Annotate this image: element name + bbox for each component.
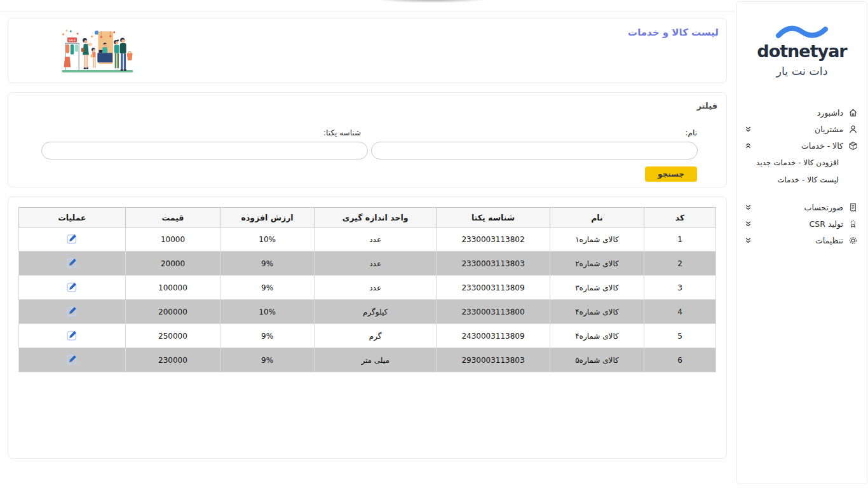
cell-operations [19, 276, 126, 300]
sidebar-item-label: کالا - خدمات [801, 141, 843, 151]
col-header-uid: شناسه یکتا [437, 208, 550, 227]
table-row: 3 کالای شماره۳ 2330003113809 عدد 9% 1000… [19, 276, 716, 300]
sidebar-item-label: مشتریان [815, 125, 843, 134]
cell-unit: گرم [315, 324, 437, 348]
pencil-square-icon [66, 353, 78, 365]
col-header-name: نام [550, 208, 644, 227]
sidebar-item-label: داشبورد [817, 108, 843, 118]
goods-table: کد نام شناسه یکتا واحد اندازه گیری ارزش … [18, 207, 716, 372]
logo-wave-icon [775, 25, 829, 41]
search-button[interactable]: جستجو [645, 166, 697, 182]
cell-unit: عدد [315, 252, 437, 276]
cell-name: کالای شماره۵ [550, 348, 644, 372]
cell-price: 20000 [125, 252, 220, 276]
cell-vat: 9% [220, 276, 315, 300]
chevron-double-up-icon [745, 142, 752, 149]
gear-icon [848, 236, 858, 245]
filter-card: فیلتر نام: شناسه یکتا: جستجو [8, 92, 727, 187]
pencil-square-icon [66, 281, 78, 293]
chevron-double-down-icon [745, 204, 752, 211]
cell-price: 230000 [125, 348, 220, 372]
cell-unit: عدد [315, 276, 437, 300]
brand-logo: dotnetyar دات نت یار [737, 2, 867, 78]
cell-price: 100000 [125, 276, 220, 300]
name-input[interactable] [371, 142, 698, 159]
page-title: لیست کالا و خدمات [628, 27, 719, 38]
main-content: لیست کالا و خدمات SALE [0, 0, 735, 468]
chevron-double-down-icon [745, 237, 752, 244]
sidebar-item-invoices[interactable]: صورتحساب [745, 199, 858, 215]
col-header-price: قیمت [125, 208, 220, 227]
edit-row-button[interactable] [66, 353, 78, 365]
table-row: 2 کالای شماره۲ 2330003113803 عدد 9% 2000… [19, 252, 716, 276]
cell-code: 1 [644, 227, 716, 252]
home-icon [848, 108, 858, 118]
cell-vat: 9% [220, 324, 315, 348]
award-icon [848, 219, 858, 229]
cell-code: 3 [644, 276, 716, 300]
cell-uid: 2330003113803 [437, 252, 550, 276]
edit-row-button[interactable] [66, 329, 78, 341]
cell-operations [19, 252, 126, 276]
cell-name: کالای شماره۴ [550, 300, 644, 324]
edit-row-button[interactable] [66, 305, 78, 317]
sidebar: dotnetyar دات نت یار داشبورد مشتریان کال… [736, 1, 867, 484]
sidebar-item-settings[interactable]: تنظیمات [745, 232, 858, 248]
edit-row-button[interactable] [66, 233, 78, 245]
page-header-card: لیست کالا و خدمات SALE [8, 18, 727, 83]
col-header-operations: عملیات [19, 208, 126, 227]
cell-name: کالای شماره۱ [550, 227, 644, 252]
cell-operations [19, 324, 126, 348]
sidebar-subitem-label: افزودن کالا - خدمات جدید [756, 158, 839, 167]
edit-row-button[interactable] [66, 281, 78, 293]
pencil-square-icon [66, 305, 78, 317]
sidebar-item-customers[interactable]: مشتریان [745, 121, 858, 137]
cell-unit: میلی متر [315, 348, 437, 372]
table-row: 5 کالای شماره۴ 2430003113809 گرم 9% 2500… [19, 324, 716, 348]
cell-name: کالای شماره۴ [550, 324, 644, 348]
pencil-square-icon [66, 257, 78, 269]
sidebar-subitem-list-goods[interactable]: لیست کالا - خدمات [745, 171, 858, 188]
shopping-illustration: SALE [59, 27, 148, 76]
name-label: نام: [686, 128, 697, 137]
sidebar-item-label: تنظیمات [815, 236, 843, 245]
sidebar-item-goods-services[interactable]: کالا - خدمات [745, 137, 858, 154]
sidebar-subitem-label: لیست کالا - خدمات [777, 175, 839, 184]
cell-vat: 9% [220, 348, 315, 372]
sidebar-item-label: تولید CSR [810, 219, 843, 229]
table-row: 1 کالای شماره۱ 2330003113802 عدد 10% 100… [19, 227, 716, 252]
cell-price: 10000 [125, 227, 220, 252]
pencil-square-icon [66, 233, 78, 245]
cell-uid: 2330003113800 [437, 300, 550, 324]
brand-name-persian: دات نت یار [737, 65, 867, 78]
sidebar-item-label: صورتحساب [804, 203, 843, 212]
cell-uid: 2330003113802 [437, 227, 550, 252]
cell-vat: 10% [220, 227, 315, 252]
cell-operations [19, 300, 126, 324]
sidebar-item-dashboard[interactable]: داشبورد [745, 104, 858, 121]
col-header-code: کد [644, 208, 716, 227]
chevron-double-down-icon [745, 126, 752, 133]
goods-table-card: کد نام شناسه یکتا واحد اندازه گیری ارزش … [8, 196, 727, 459]
col-header-unit: واحد اندازه گیری [315, 208, 437, 227]
cell-uid: 2430003113809 [437, 324, 550, 348]
edit-row-button[interactable] [66, 257, 78, 269]
person-icon [848, 125, 858, 134]
invoice-icon [848, 203, 858, 212]
table-header-row: کد نام شناسه یکتا واحد اندازه گیری ارزش … [19, 208, 716, 227]
cell-name: کالای شماره۲ [550, 252, 644, 276]
cell-vat: 9% [220, 252, 315, 276]
cell-operations [19, 348, 126, 372]
sidebar-item-csr[interactable]: تولید CSR [745, 215, 858, 232]
cell-operations [19, 227, 126, 252]
table-row: 4 کالای شماره۴ 2330003113800 کیلوگرم 10%… [19, 300, 716, 324]
menu-gap [745, 188, 858, 199]
unique-id-input[interactable] [41, 142, 368, 159]
table-row: 6 کالای شماره۵ 2930003113803 میلی متر 9%… [19, 348, 716, 372]
chevron-double-down-icon [745, 220, 752, 227]
cell-code: 2 [644, 252, 716, 276]
cell-vat: 10% [220, 300, 315, 324]
cell-uid: 2330003113809 [437, 276, 550, 300]
sidebar-subitem-add-goods[interactable]: افزودن کالا - خدمات جدید [745, 154, 858, 171]
cell-price: 200000 [125, 300, 220, 324]
